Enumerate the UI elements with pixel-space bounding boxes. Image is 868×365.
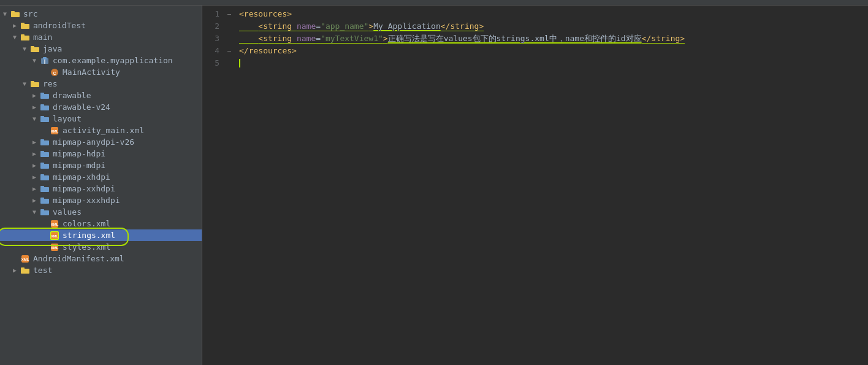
gutter-4: – bbox=[224, 45, 234, 57]
gutter-3 bbox=[224, 33, 234, 45]
folder-blue-icon bbox=[39, 150, 50, 158]
top-bar bbox=[0, 0, 868, 6]
tree-label-main: main bbox=[33, 33, 202, 42]
tree-arrow-drawable-v24[interactable] bbox=[29, 104, 39, 110]
tree-item-AndroidManifest.xml[interactable]: XMLAndroidManifest.xml bbox=[0, 253, 202, 264]
svg-rect-6 bbox=[31, 47, 39, 52]
tree-item-drawable-v24[interactable]: drawable-v24 bbox=[0, 101, 202, 113]
gutter-1: – bbox=[224, 8, 234, 20]
folder-blue-icon bbox=[39, 161, 50, 170]
tree-item-androidTest[interactable]: androidTest bbox=[0, 20, 202, 31]
tree-item-colors.xml[interactable]: XMLcolors.xml bbox=[0, 218, 202, 229]
tree-item-mipmap-xhdpi[interactable]: mipmap-xhdpi bbox=[0, 171, 202, 183]
tree-item-strings.xml[interactable]: XMLstrings.xml bbox=[0, 229, 202, 241]
tree-item-mipmap-hdpi[interactable]: mipmap-hdpi bbox=[0, 148, 202, 159]
line-number-2: 2 bbox=[207, 20, 219, 33]
tree-arrow-com.example.myapplication[interactable] bbox=[29, 57, 39, 64]
tree-label-com.example.myapplication: com.example.myapplication bbox=[53, 56, 202, 65]
tree-arrow-values[interactable] bbox=[29, 209, 39, 215]
folder-yellow-icon bbox=[20, 21, 31, 30]
svg-rect-47 bbox=[21, 267, 25, 269]
tree-item-mipmap-anydpi-v26[interactable]: mipmap-anydpi-v26 bbox=[0, 136, 202, 148]
tree-arrow-mipmap-xxhdpi[interactable] bbox=[29, 185, 39, 192]
tree-arrow-mipmap-xxxhdpi[interactable] bbox=[29, 197, 39, 204]
svg-rect-26 bbox=[40, 151, 44, 153]
tree-label-src: src bbox=[23, 9, 202, 18]
svg-rect-32 bbox=[40, 186, 44, 188]
tree-label-activity_main.xml: activity_main.xml bbox=[63, 126, 202, 135]
tree-arrow-layout[interactable] bbox=[29, 115, 39, 122]
tree-arrow-mipmap-anydpi-v26[interactable] bbox=[29, 139, 39, 145]
tree-label-mipmap-mdpi: mipmap-mdpi bbox=[53, 161, 202, 170]
svg-text:XML: XML bbox=[51, 246, 59, 250]
code-area[interactable]: <resources> <string name="app_name">My A… bbox=[234, 8, 868, 365]
tree-item-main[interactable]: main bbox=[0, 31, 202, 43]
tree-item-layout[interactable]: layout bbox=[0, 113, 202, 125]
line-number-1: 1 bbox=[207, 8, 219, 20]
tree-item-mipmap-mdpi[interactable]: mipmap-mdpi bbox=[0, 159, 202, 171]
folder-blue-icon bbox=[39, 91, 50, 100]
xml-strings-icon: XML bbox=[49, 231, 60, 240]
tree-item-mipmap-xxxhdpi[interactable]: mipmap-xxxhdpi bbox=[0, 194, 202, 206]
svg-rect-35 bbox=[40, 210, 49, 215]
tree-label-mipmap-anydpi-v26: mipmap-anydpi-v26 bbox=[53, 137, 202, 147]
tree-arrow-drawable[interactable] bbox=[29, 92, 39, 99]
folder-yellow-icon bbox=[20, 33, 31, 42]
tree-item-src[interactable]: src bbox=[0, 8, 202, 20]
code-line-3: <string name="myTextView1">正确写法是写在values… bbox=[239, 33, 868, 45]
tree-arrow-mipmap-mdpi[interactable] bbox=[29, 162, 39, 169]
folder-blue-icon bbox=[39, 185, 50, 193]
tree-item-java[interactable]: java bbox=[0, 43, 202, 55]
svg-rect-46 bbox=[21, 269, 29, 274]
tree-arrow-java[interactable] bbox=[20, 45, 29, 52]
editor-content: 12345 –– <resources> <string name="app_n… bbox=[202, 6, 868, 365]
fold-icon-4[interactable]: – bbox=[227, 47, 231, 54]
line-number-3: 3 bbox=[207, 33, 219, 45]
xml-icon: XML bbox=[20, 255, 31, 263]
tree-item-activity_main.xml[interactable]: XMLactivity_main.xml bbox=[0, 125, 202, 136]
svg-rect-16 bbox=[40, 93, 44, 94]
tree-arrow-main[interactable] bbox=[10, 34, 20, 40]
tree-item-test[interactable]: test bbox=[0, 264, 202, 276]
sidebar[interactable]: srcandroidTestmainjavacom.example.myappl… bbox=[0, 6, 202, 365]
tree-arrow-res[interactable] bbox=[20, 80, 29, 87]
svg-rect-18 bbox=[40, 104, 44, 106]
tree-item-styles.xml[interactable]: XMLstyles.xml bbox=[0, 241, 202, 253]
fold-icon-1[interactable]: – bbox=[227, 10, 231, 17]
tree-label-java: java bbox=[43, 44, 202, 53]
line-number-5: 5 bbox=[207, 57, 219, 69]
svg-rect-31 bbox=[40, 187, 49, 192]
svg-rect-19 bbox=[40, 117, 49, 122]
tree-item-drawable[interactable]: drawable bbox=[0, 90, 202, 101]
tree-arrow-mipmap-hdpi[interactable] bbox=[29, 150, 39, 157]
tree-item-values[interactable]: values bbox=[0, 206, 202, 218]
svg-text:XML: XML bbox=[51, 234, 58, 238]
main-layout: srcandroidTestmainjavacom.example.myappl… bbox=[0, 6, 868, 365]
xml-icon: XML bbox=[49, 220, 60, 228]
tree-label-styles.xml: styles.xml bbox=[63, 242, 202, 252]
java-icon: C bbox=[49, 68, 60, 77]
svg-rect-20 bbox=[40, 116, 44, 118]
tree-label-drawable: drawable bbox=[53, 91, 202, 100]
svg-text:XML: XML bbox=[21, 258, 29, 261]
tree-label-MainActivity: MainActivity bbox=[63, 67, 202, 77]
svg-rect-5 bbox=[21, 34, 25, 36]
tree-arrow-src[interactable] bbox=[0, 10, 10, 17]
tree-arrow-androidTest[interactable] bbox=[10, 22, 20, 29]
tree-item-res[interactable]: res bbox=[0, 78, 202, 90]
tree-label-strings.xml: strings.xml bbox=[63, 231, 202, 240]
tree-item-MainActivity[interactable]: CMainActivity bbox=[0, 66, 202, 78]
tree-arrow-mipmap-xhdpi[interactable] bbox=[29, 174, 39, 180]
svg-rect-4 bbox=[21, 36, 29, 40]
svg-rect-33 bbox=[40, 199, 49, 204]
tree-label-values: values bbox=[53, 207, 202, 217]
tree-arrow-test[interactable] bbox=[10, 267, 20, 274]
code-line-1: <resources> bbox=[239, 8, 868, 20]
folder-blue-icon bbox=[39, 115, 50, 123]
gutter-5 bbox=[224, 57, 234, 69]
tree-item-mipmap-xxhdpi[interactable]: mipmap-xxhdpi bbox=[0, 183, 202, 194]
svg-rect-30 bbox=[40, 174, 44, 176]
svg-rect-13 bbox=[31, 82, 39, 87]
tree-item-com.example.myapplication[interactable]: com.example.myapplication bbox=[0, 55, 202, 66]
tree-label-AndroidManifest.xml: AndroidManifest.xml bbox=[33, 254, 202, 263]
